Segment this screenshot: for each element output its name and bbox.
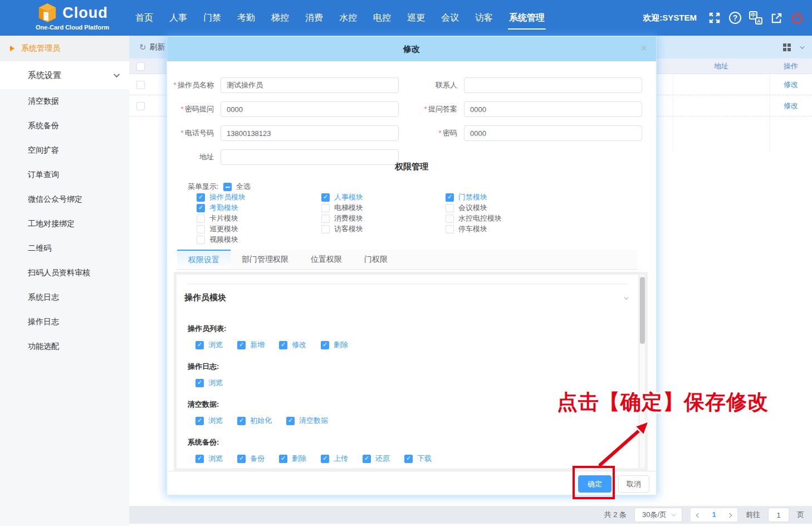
module-checkbox[interactable]: [197, 225, 205, 233]
nav-item[interactable]: 会议: [438, 10, 462, 26]
perm-checkbox[interactable]: [279, 341, 287, 349]
help-icon[interactable]: ?: [728, 11, 742, 25]
nav-item[interactable]: 门禁: [200, 10, 224, 26]
module-checkbox[interactable]: [446, 193, 454, 202]
chevron-down-icon[interactable]: [800, 44, 804, 48]
dialog-title: 修改: [403, 44, 420, 55]
sidebar-item[interactable]: 空间扩容: [0, 138, 129, 163]
module-checkbox[interactable]: [321, 204, 330, 212]
confirm-button[interactable]: 确定: [578, 475, 612, 493]
sidebar-item[interactable]: 工地对接绑定: [0, 212, 129, 236]
sidebar-item[interactable]: 清空数据: [0, 89, 129, 114]
goto-page-input[interactable]: [768, 508, 789, 522]
module-checkbox-item: 门禁模块: [446, 193, 502, 201]
cancel-button[interactable]: 取消: [618, 475, 649, 493]
perm-checkbox[interactable]: [195, 455, 204, 463]
row-checkbox[interactable]: [136, 102, 145, 110]
module-checkbox[interactable]: [197, 236, 205, 244]
module-checkbox[interactable]: [197, 204, 205, 212]
nav-item[interactable]: 电控: [370, 10, 394, 26]
sidebar-item[interactable]: 系统日志: [0, 285, 129, 310]
sidebar-item[interactable]: 操作日志: [0, 310, 129, 334]
perm-checkbox[interactable]: [237, 341, 246, 349]
sidebar-item[interactable]: 系统备份: [0, 114, 129, 138]
field-input[interactable]: [221, 101, 399, 117]
module-checkbox[interactable]: [446, 225, 454, 233]
field-input[interactable]: [221, 125, 399, 141]
sidebar-item-system-settings[interactable]: 系统设置: [0, 61, 129, 89]
current-page[interactable]: 1: [706, 508, 722, 522]
perm-checkbox[interactable]: [321, 455, 329, 463]
perm-item: 还原: [363, 454, 390, 464]
module-checkbox[interactable]: [446, 215, 454, 223]
nav-item[interactable]: 访客: [472, 10, 496, 26]
sidebar-item[interactable]: 二维码: [0, 236, 129, 261]
module-checkbox[interactable]: [446, 204, 454, 212]
grid-view-icon[interactable]: [783, 43, 791, 51]
nav-item[interactable]: 考勤: [234, 10, 258, 26]
module-checkbox[interactable]: [321, 215, 330, 223]
module-checkbox[interactable]: [197, 215, 205, 223]
prev-page-button[interactable]: [691, 508, 706, 522]
nav-item[interactable]: 首页: [132, 10, 156, 26]
perm-item: 修改: [279, 340, 306, 350]
field-input[interactable]: [464, 125, 642, 141]
nav-item[interactable]: 系统管理: [506, 10, 548, 26]
field-input[interactable]: [464, 77, 642, 93]
field-label: 联系人: [415, 80, 464, 90]
nav-item[interactable]: 巡更: [404, 10, 428, 26]
chevron-down-icon[interactable]: [624, 295, 628, 299]
module-checkbox[interactable]: [321, 193, 330, 202]
perm-item: 浏览: [195, 340, 223, 350]
sidebar-group-label: 系统设置: [28, 70, 61, 81]
dialog-header: 修改 ×: [167, 37, 656, 61]
next-page-button[interactable]: [722, 508, 737, 522]
perm-checkbox[interactable]: [195, 379, 204, 387]
tab-item[interactable]: 位置权限: [300, 250, 353, 269]
perm-checkbox[interactable]: [195, 417, 204, 425]
sidebar-item[interactable]: 微信公众号绑定: [0, 187, 129, 212]
nav-item[interactable]: 消费: [302, 10, 326, 26]
nav-item[interactable]: 水控: [336, 10, 360, 26]
fullscreen-icon[interactable]: [707, 11, 722, 25]
sidebar-item[interactable]: 扫码人员资料审核: [0, 261, 129, 285]
sidebar-item[interactable]: 订单查询: [0, 163, 129, 187]
perm-checkbox[interactable]: [363, 455, 371, 463]
tab-active[interactable]: 权限设置: [177, 250, 231, 269]
perm-checkbox[interactable]: [195, 341, 204, 349]
perm-checkbox[interactable]: [237, 455, 246, 463]
module-label: 电梯模块: [334, 203, 363, 213]
perm-row: 浏览 新增 修改 删除: [195, 340, 348, 350]
row-checkbox[interactable]: [136, 81, 145, 89]
chevron-down-icon: [671, 512, 676, 516]
close-icon[interactable]: ×: [640, 42, 647, 53]
sidebar-item[interactable]: 功能选配: [0, 334, 129, 359]
row-edit-link[interactable]: 修改: [770, 74, 812, 95]
page-size-select[interactable]: 30条/页: [634, 508, 682, 522]
perm-checkbox[interactable]: [321, 341, 329, 349]
tab-item[interactable]: 部门管理权限: [231, 250, 300, 269]
translate-icon[interactable]: 中A: [749, 11, 763, 25]
select-all-checkbox[interactable]: [136, 62, 145, 71]
nav-item[interactable]: 梯控: [268, 10, 292, 26]
module-checkbox[interactable]: [197, 193, 205, 202]
scrollbar-thumb[interactable]: [640, 277, 645, 344]
external-link-icon[interactable]: [769, 11, 784, 25]
field-input[interactable]: [464, 101, 642, 117]
refresh-button[interactable]: ↻ 刷新: [139, 42, 165, 52]
power-icon[interactable]: [790, 11, 804, 25]
scrollbar[interactable]: [640, 275, 645, 468]
perm-checkbox[interactable]: [237, 417, 246, 425]
perm-checkbox[interactable]: [404, 455, 413, 463]
perm-checkbox[interactable]: [279, 455, 287, 463]
perm-checkbox[interactable]: [286, 417, 295, 425]
select-all-modules-checkbox[interactable]: [223, 183, 232, 191]
tab-item[interactable]: 门权限: [353, 250, 399, 269]
nav-item[interactable]: 人事: [166, 10, 190, 26]
module-checkbox[interactable]: [321, 225, 330, 233]
perm-item: 备份: [237, 454, 265, 464]
field-input[interactable]: [221, 77, 399, 93]
sidebar-item-system-admin[interactable]: 系统管理员: [0, 36, 129, 61]
module-label: 会议模块: [458, 203, 487, 213]
row-edit-link[interactable]: 修改: [770, 95, 812, 116]
